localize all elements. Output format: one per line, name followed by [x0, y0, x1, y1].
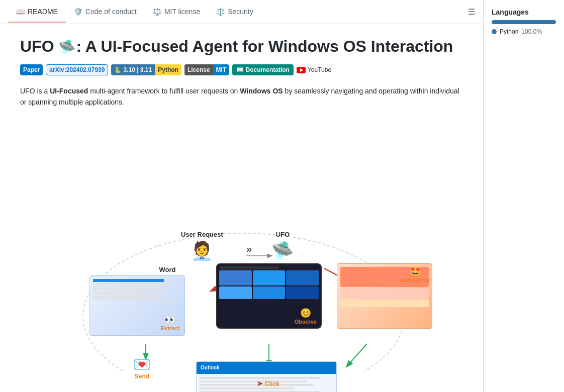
python-name: Python [500, 28, 518, 35]
hamburger-icon[interactable]: ☰ [468, 7, 475, 17]
send-label: Send [133, 373, 151, 380]
main-content: 📖 README 🛡️ Code of conduct ⚖️ MIT licen… [0, 0, 484, 392]
scale-icon: ⚖️ [153, 8, 161, 16]
badge-docs[interactable]: 📖 Documentation [232, 64, 294, 75]
sidebar-title: Languages [492, 8, 556, 16]
bold-windows-os: Windows OS [240, 87, 283, 95]
architecture-diagram: User Request 🧑‍💼 UFO 🛸 » Word [35, 120, 447, 371]
badge-python-label: Python [155, 64, 181, 75]
tab-bar: 📖 README 🛡️ Code of conduct ⚖️ MIT licen… [0, 0, 483, 24]
ufo-icon: 🛸 [271, 240, 294, 261]
send-group: 💌 Send [133, 356, 151, 380]
badge-arxiv[interactable]: arXiv:202402.07939 [46, 64, 108, 75]
word-label: Word [120, 266, 215, 273]
badge-python-versions: 🐍 3.10 | 3.11 [111, 64, 155, 75]
description-text: UFO is a UI-Focused multi-agent framewor… [20, 85, 462, 108]
tab-code-of-conduct-label: Code of conduct [85, 8, 137, 16]
tab-security-label: Security [228, 8, 253, 16]
book-icon: 📖 [16, 8, 25, 16]
shield-icon: 🛡️ [74, 8, 82, 16]
badge-license-type: MIT [213, 64, 230, 75]
word-screenshot: 👀 Extract [89, 275, 185, 336]
tab-readme-label: README [28, 8, 58, 16]
sidebar: Languages Python 100.0% [484, 0, 564, 392]
ppt-group: PowerPoint 🤩 Summarize [337, 263, 432, 329]
python-bar-fill [492, 20, 556, 24]
badge-license-label: License [184, 64, 213, 75]
badge-paper[interactable]: Paper [20, 64, 43, 75]
scale2-icon: ⚖️ [216, 8, 225, 16]
user-request-label: User Request [181, 231, 223, 238]
python-language-item: Python 100.0% [492, 28, 556, 35]
language-bar-container [492, 20, 556, 24]
python-percentage: 100.0% [521, 28, 542, 35]
outlook-screenshot: Outlook ➤ Click [196, 361, 337, 392]
bold-ui-focused: UI-Focused [50, 87, 88, 95]
word-group: Word 👀 [89, 266, 185, 334]
badge-python[interactable]: 🐍 3.10 | 3.11 Python [111, 64, 181, 75]
badge-youtube[interactable]: YouTube [297, 64, 331, 75]
readme-body: UFO 🛸: A UI-Focused Agent for Windows OS… [0, 24, 483, 391]
user-request-group: User Request 🧑‍💼 [181, 231, 223, 261]
python-color-dot [492, 29, 497, 34]
ppt-screenshot: 🤩 Summarize [337, 263, 432, 329]
click-label: Click [265, 380, 279, 387]
extract-label: Extract [161, 325, 179, 331]
observe-label: Observe [295, 319, 317, 325]
page-title: UFO 🛸: A UI-Focused Agent for Windows OS… [20, 36, 462, 56]
forward-arrows: » [246, 243, 252, 255]
outlook-group: Outlook ➤ Click [196, 361, 337, 392]
tab-mit-license-label: MIT license [164, 8, 200, 16]
svg-line-9 [347, 344, 367, 366]
ufo-group: UFO 🛸 [271, 231, 294, 261]
badges-row: Paper arXiv:202402.07939 🐍 3.10 | 3.11 P… [20, 64, 462, 75]
tab-security[interactable]: ⚖️ Security [208, 2, 261, 23]
summarize-label: Summarize [400, 277, 430, 283]
user-avatar-icon: 🧑‍💼 [181, 240, 223, 261]
tab-readme[interactable]: 📖 README [8, 2, 66, 23]
badge-license[interactable]: License MIT [184, 64, 229, 75]
ufo-label: UFO [271, 231, 294, 238]
tab-code-of-conduct[interactable]: 🛡️ Code of conduct [66, 2, 145, 23]
photos-screenshot: 😊 Observe [216, 263, 322, 329]
photos-group: Photos [216, 263, 322, 329]
youtube-icon [297, 67, 306, 73]
tab-mit-license[interactable]: ⚖️ MIT license [145, 2, 208, 23]
